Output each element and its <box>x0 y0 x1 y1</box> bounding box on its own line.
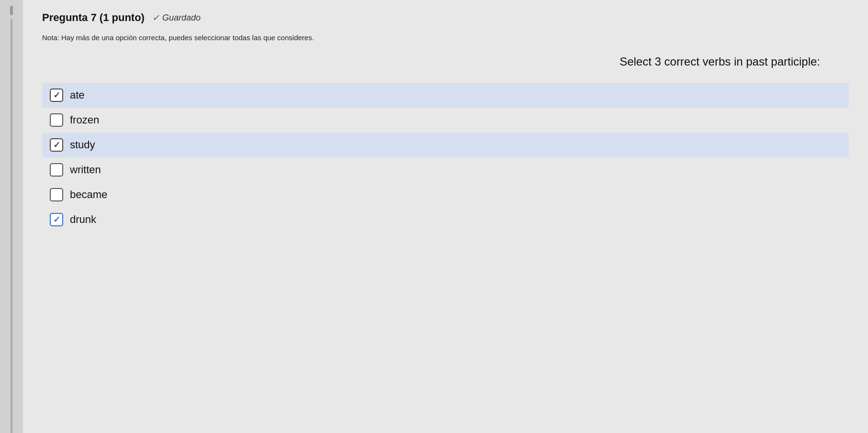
question-header: Pregunta 7 (1 punto) ✓ Guardado <box>42 11 849 24</box>
option-label-study: study <box>70 139 95 151</box>
checkbox-study[interactable]: ✓ <box>50 138 63 152</box>
option-ate[interactable]: ✓ ate <box>42 83 849 108</box>
option-drunk[interactable]: ✓ drunk <box>42 207 849 232</box>
saved-status: ✓ Guardado <box>152 12 201 23</box>
checkbox-drunk[interactable]: ✓ <box>50 213 63 226</box>
question-title: Pregunta 7 (1 punto) <box>42 11 145 24</box>
option-became[interactable]: became <box>42 182 849 207</box>
vertical-line <box>11 19 12 433</box>
checkbox-written[interactable] <box>50 163 63 177</box>
question-prompt: Select 3 correct verbs in past participl… <box>42 55 849 68</box>
checkbox-became[interactable] <box>50 188 63 201</box>
checkmark-drunk-icon: ✓ <box>53 214 60 225</box>
main-content: Pregunta 7 (1 punto) ✓ Guardado Nota: Ha… <box>23 0 868 433</box>
options-list: ✓ ate frozen ✓ study written became <box>42 83 849 232</box>
note-text: Nota: Hay más de una opción correcta, pu… <box>42 33 849 42</box>
option-label-frozen: frozen <box>70 114 99 126</box>
option-label-drunk: drunk <box>70 213 96 226</box>
checkbox-ate[interactable]: ✓ <box>50 89 63 102</box>
option-label-written: written <box>70 164 101 176</box>
option-study[interactable]: ✓ study <box>42 133 849 157</box>
option-label-became: became <box>70 189 107 201</box>
scroll-indicator <box>10 6 13 15</box>
checkmark-study-icon: ✓ <box>53 140 60 150</box>
left-bar <box>0 0 23 433</box>
option-label-ate: ate <box>70 89 85 101</box>
checkmark-ate-icon: ✓ <box>53 90 60 100</box>
saved-checkmark-icon: ✓ <box>152 12 159 23</box>
checkbox-frozen[interactable] <box>50 113 63 127</box>
saved-label: Guardado <box>162 13 201 23</box>
option-written[interactable]: written <box>42 157 849 182</box>
option-frozen[interactable]: frozen <box>42 108 849 133</box>
